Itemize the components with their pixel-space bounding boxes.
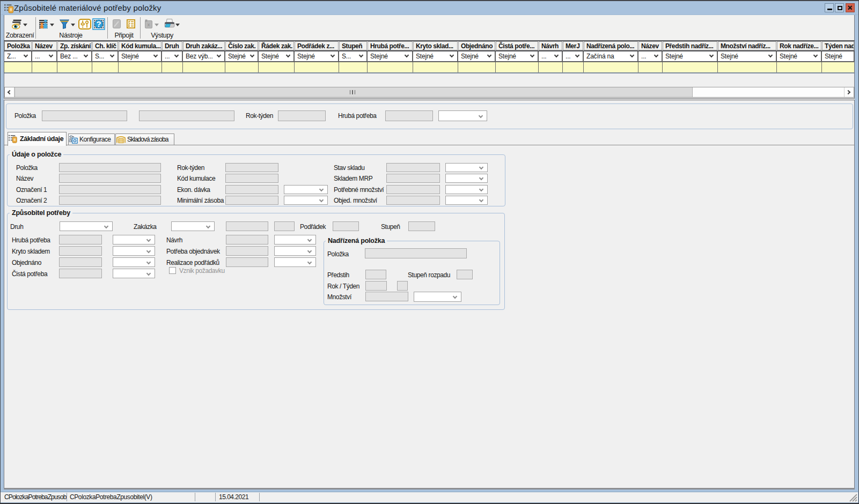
svg-text:x: x bbox=[148, 22, 150, 27]
svg-text:?: ? bbox=[97, 19, 101, 28]
